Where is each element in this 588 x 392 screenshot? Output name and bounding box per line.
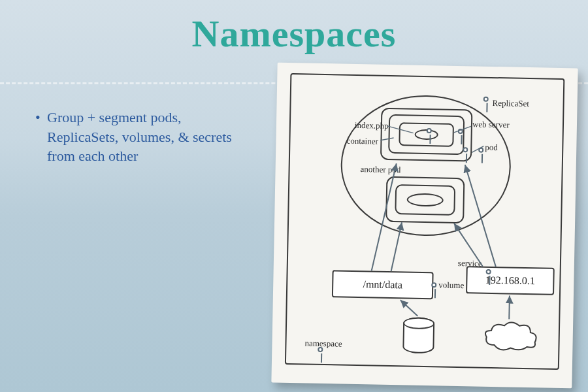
pod-label: pod [485, 142, 498, 153]
diagram-sketch: /mnt/data 192.168.0.1 ReplicaSet index.p… [285, 73, 564, 370]
pin-icon [483, 97, 489, 102]
storage-cylinder-icon [402, 317, 434, 353]
svg-line-5 [509, 296, 510, 319]
namespace-label: namespace [304, 338, 342, 350]
replicaset-label: ReplicaSet [492, 98, 529, 109]
container-label: container [346, 136, 378, 147]
anotherpod-label: another pod [361, 165, 401, 174]
service-label: service [458, 258, 482, 269]
pin-icon [431, 282, 436, 287]
diagram-paper: /mnt/data 192.168.0.1 ReplicaSet index.p… [271, 63, 578, 389]
service-box: 192.168.0.1 [466, 266, 555, 295]
volume-box: /mnt/data [332, 270, 434, 299]
pin-icon [318, 347, 323, 352]
service-ip-label: 192.168.0.1 [485, 274, 535, 287]
webserver-label: web server [472, 120, 510, 129]
volume-label: volume [438, 280, 464, 291]
bullet-text: Group + segment pods, ReplicaSets, volum… [47, 108, 256, 166]
cloud-icon [481, 319, 540, 356]
volume-path-label: /mnt/data [363, 278, 402, 291]
svg-line-4 [400, 300, 417, 316]
indexphp-label: index.php [355, 120, 389, 131]
slide-title: Namespaces [0, 0, 588, 56]
